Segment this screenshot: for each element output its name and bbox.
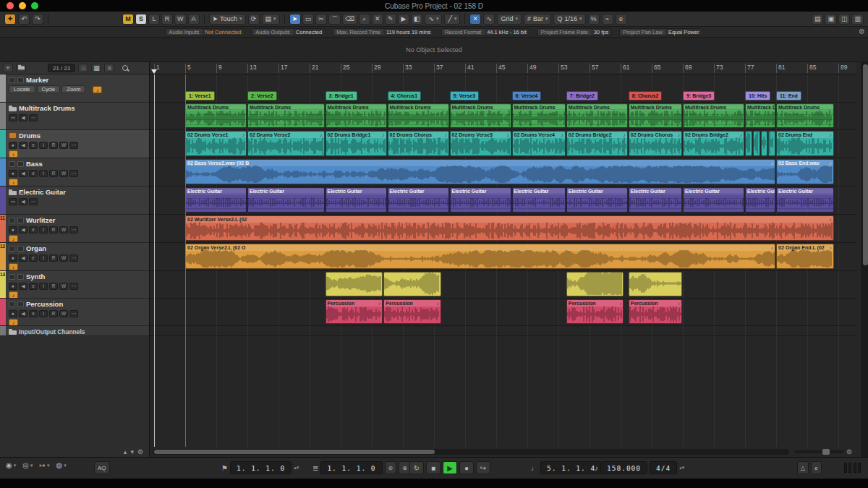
audio-event[interactable]: Electric Gui xyxy=(745,187,775,213)
track-button-3[interactable]: ⌇ xyxy=(39,142,48,149)
audio-event[interactable] xyxy=(745,131,752,156)
horizontal-scrollbar-thumb[interactable] xyxy=(154,450,435,454)
audio-event[interactable] xyxy=(753,131,760,156)
transport-mode-0[interactable]: ◉▾ xyxy=(6,461,16,469)
scroll-down-icon[interactable]: ▾ xyxy=(130,448,134,455)
track-record-folder-icon[interactable] xyxy=(9,132,17,139)
track-button-3[interactable]: ⌇ xyxy=(39,283,48,290)
track-button-1[interactable]: ◀ xyxy=(19,142,27,149)
snap-type-icon[interactable]: ∿ xyxy=(483,14,495,25)
track-button-5[interactable]: W xyxy=(59,170,68,177)
window-zone-button-0[interactable]: ▤ xyxy=(812,14,824,25)
track-button-1[interactable]: ◀ xyxy=(19,254,27,262)
curve-type-dropdown[interactable]: ∿ ▾ xyxy=(425,14,442,25)
folder-button-2[interactable]: ⋯ xyxy=(29,114,38,121)
audio-event[interactable]: Electric Guitar xyxy=(326,187,387,213)
lock-icon[interactable]: ⊘ xyxy=(385,461,397,474)
timeline-ruler[interactable]: 1591317212529333741454953576165697377818… xyxy=(150,62,856,74)
audio-event[interactable] xyxy=(629,272,682,296)
musical-mode-button[interactable]: ♪ xyxy=(9,263,18,270)
time-format-toggle-icon[interactable]: ▴▾ xyxy=(294,465,299,471)
musical-mode-button[interactable]: ♪ xyxy=(93,86,102,93)
track-button-3[interactable]: ⌇ xyxy=(39,170,48,177)
window-zone-button-1[interactable]: ▣ xyxy=(825,14,837,25)
track-button-0[interactable]: ● xyxy=(9,254,17,262)
musical-mode-button[interactable]: ♪ xyxy=(9,179,18,186)
audio-event[interactable]: Electric Guitar xyxy=(776,187,834,213)
audio-event[interactable]: Multitrack Drums xyxy=(450,103,511,128)
track-button-6[interactable]: ⋯ xyxy=(69,226,78,234)
track-row-percussion[interactable]: Percussion●◀e⌇RW⋯♪ xyxy=(0,299,149,326)
undo-button[interactable]: ↶ xyxy=(18,14,30,25)
track-button-6[interactable]: ⋯ xyxy=(69,283,78,290)
quantize-panel-button[interactable]: e xyxy=(616,14,627,25)
vertical-scrollbar[interactable] xyxy=(861,62,868,457)
audio-event[interactable]: 02 Organ End.L (02♪ xyxy=(776,244,834,269)
audio-event[interactable]: Multitrack Drums xyxy=(683,103,744,128)
audio-event[interactable]: Percussion♪ xyxy=(566,299,624,324)
audio-event[interactable]: Multitrack Drums xyxy=(629,103,682,128)
track-button-3[interactable]: ⌇ xyxy=(39,226,48,234)
solo-button[interactable] xyxy=(17,218,24,223)
solo-button[interactable] xyxy=(17,274,24,280)
audio-event[interactable]: Multitrack Drums xyxy=(745,103,775,128)
exchange-format-icon[interactable]: ≣ xyxy=(312,464,318,472)
audio-event[interactable]: Percussion♪ xyxy=(383,299,441,324)
track-button-2[interactable]: e xyxy=(29,283,38,290)
folder-button-2[interactable]: ⋯ xyxy=(29,198,38,205)
iterative-quantize-button[interactable]: % xyxy=(588,14,600,25)
marker-locate-button[interactable]: Locate xyxy=(9,85,35,93)
marker-event[interactable]: 6: Verse4 xyxy=(512,91,542,100)
track-button-3[interactable]: ⌇ xyxy=(39,310,48,317)
audio-event[interactable]: 02 Drums Bridge2♪ xyxy=(683,131,744,156)
audio-event[interactable]: 02 Drums Verse4♪ xyxy=(512,131,566,156)
audio-event[interactable]: 02 Drums Verse2♪ xyxy=(247,131,325,156)
audio-event[interactable]: 02 Organ Verse2.L (02 O♪ xyxy=(185,244,775,269)
grid-type-dropdown[interactable]: Grid ▾ xyxy=(497,14,522,25)
automation-w-button[interactable]: W xyxy=(174,14,187,25)
grid-view-icon[interactable]: ▦ xyxy=(91,64,101,72)
audio-event[interactable]: Percussion♪ xyxy=(326,299,383,324)
track-button-6[interactable]: ⋯ xyxy=(69,310,78,317)
audio-event[interactable] xyxy=(768,131,775,156)
marker-event[interactable]: 4: Chorus1 xyxy=(388,91,422,100)
tool-button-8[interactable]: ▶ xyxy=(398,14,409,25)
track-button-6[interactable]: ⋯ xyxy=(69,170,78,177)
track-button-5[interactable]: W xyxy=(59,254,68,262)
arrangement-canvas[interactable]: 1: Verse12: Verse23: Bridge14: Chorus15:… xyxy=(150,74,856,447)
track-button-2[interactable]: e xyxy=(29,142,38,149)
track-button-1[interactable]: ◀ xyxy=(19,226,27,234)
marker-event[interactable]: 11: End xyxy=(776,91,801,100)
marker-flag-icon[interactable]: ⚑ xyxy=(221,464,228,472)
marker-event[interactable]: 2: Verse2 xyxy=(247,91,277,100)
folder-button-0[interactable]: ▭ xyxy=(9,114,17,121)
automation-mode-dropdown[interactable]: ➤ Touch ▾ xyxy=(209,14,246,25)
cycle-button[interactable]: ↻ xyxy=(409,461,424,474)
project-cursor-handle[interactable] xyxy=(151,69,157,74)
track-row-drums[interactable]: Drums●◀e⌇RW⋯♪ xyxy=(0,130,149,158)
track-button-2[interactable]: e xyxy=(29,170,38,177)
track-button-4[interactable]: R xyxy=(49,170,58,177)
audio-event[interactable]: 02 Drums Verse1♪ xyxy=(185,131,247,156)
left-locator-line[interactable] xyxy=(185,74,186,447)
audio-event[interactable] xyxy=(383,272,441,296)
musical-mode-button[interactable]: ♪ xyxy=(9,235,18,242)
search-icon[interactable] xyxy=(122,64,129,72)
folder-button-0[interactable]: ▭ xyxy=(9,198,17,205)
audio-event[interactable]: Electric Guitar xyxy=(683,187,744,213)
track-button-0[interactable]: ● xyxy=(9,226,17,234)
audio-event[interactable]: 02 Drums Bridge1♪ xyxy=(326,131,387,156)
track-row-organ[interactable]: 12Organ●◀e⌇RW⋯♪ xyxy=(0,243,149,271)
tool-button-4[interactable]: ⌫ xyxy=(342,14,357,25)
marker-event[interactable]: 8: Chorus2 xyxy=(629,91,663,100)
mute-button[interactable] xyxy=(9,274,15,280)
track-button-6[interactable]: ⋯ xyxy=(69,254,78,262)
track-row-wurlitzer[interactable]: 11Wurlitzer●◀e⌇RW⋯♪ xyxy=(0,215,149,243)
horizontal-scrollbar[interactable] xyxy=(153,449,789,455)
audio-event[interactable]: Multitrack Drums xyxy=(326,103,387,128)
zoom-slider-thumb[interactable] xyxy=(822,449,830,455)
track-button-3[interactable]: ⌇ xyxy=(39,254,48,262)
marker-event[interactable]: 1: Verse1 xyxy=(185,91,215,100)
track-row-electric-guitar[interactable]: Electric Guitar▭◀⋯ xyxy=(0,187,149,215)
automation-s-button[interactable]: S xyxy=(135,14,147,25)
